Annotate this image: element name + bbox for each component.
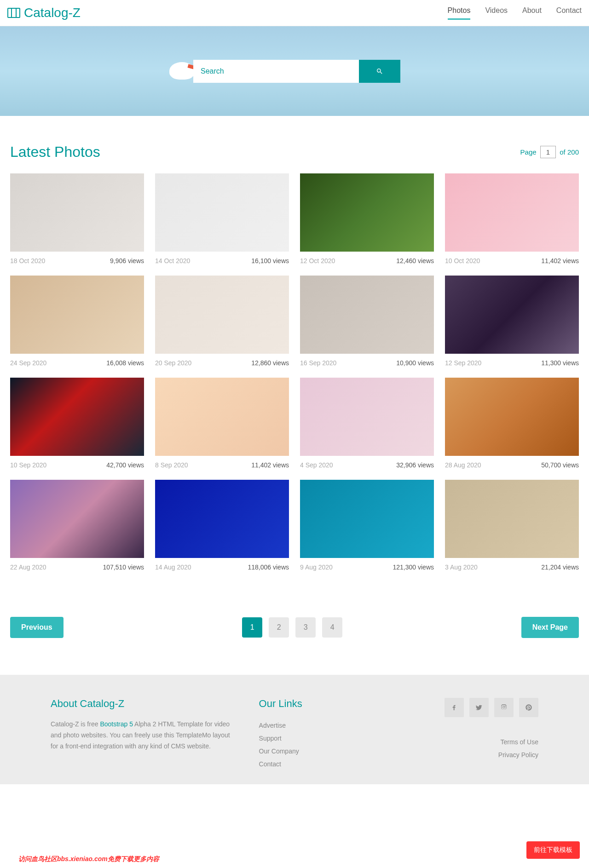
photo-meta: 22 Aug 2020 107,510 views [10, 563, 144, 571]
page-label: Page [520, 148, 537, 156]
facebook-icon [450, 704, 458, 711]
photo-meta: 10 Oct 2020 11,402 views [445, 257, 579, 264]
photo-card: 3 Aug 2020 21,204 views [445, 480, 579, 571]
footer-legal: Terms of UsePrivacy Policy [396, 736, 538, 761]
nav-about[interactable]: About [522, 6, 542, 20]
page-number-4[interactable]: 4 [322, 617, 342, 638]
social-buttons [396, 698, 538, 717]
photo-views: 16,008 views [106, 359, 144, 367]
photo-card: 10 Sep 2020 42,700 views [10, 378, 144, 469]
legal-link-terms-of-use[interactable]: Terms of Use [501, 738, 538, 746]
footer-links-list: AdvertiseSupportOur CompanyContact [259, 719, 373, 770]
search-button[interactable] [359, 60, 400, 83]
photo-views: 11,300 views [541, 359, 579, 367]
nav-contact[interactable]: Contact [556, 6, 582, 20]
footer-link-advertise[interactable]: Advertise [259, 719, 373, 732]
search-form [193, 60, 400, 83]
nav-videos[interactable]: Videos [485, 6, 508, 20]
photo-card: 24 Sep 2020 16,008 views [10, 276, 144, 367]
photo-card: 18 Oct 2020 9,906 views [10, 173, 144, 264]
photo-meta: 16 Sep 2020 10,900 views [300, 359, 434, 367]
search-icon [376, 68, 383, 75]
page-number-1[interactable]: 1 [242, 617, 262, 638]
twitter-icon [475, 704, 483, 711]
photo-thumbnail[interactable] [10, 480, 144, 558]
photo-date: 14 Aug 2020 [155, 563, 191, 571]
photo-views: 50,700 views [541, 461, 579, 469]
photo-meta: 9 Aug 2020 121,300 views [300, 563, 434, 571]
next-button[interactable]: Next Page [521, 617, 579, 638]
photo-meta: 12 Sep 2020 11,300 views [445, 359, 579, 367]
photo-card: 8 Sep 2020 11,402 views [155, 378, 289, 469]
photo-thumbnail[interactable] [300, 173, 434, 252]
footer-links: Our Links AdvertiseSupportOur CompanyCon… [259, 698, 373, 770]
photo-date: 9 Aug 2020 [300, 563, 333, 571]
photo-thumbnail[interactable] [10, 173, 144, 252]
site-name: Catalog-Z [24, 6, 81, 20]
logo[interactable]: Catalog-Z [7, 6, 81, 20]
photo-date: 16 Sep 2020 [300, 359, 336, 367]
footer-about-text: Catalog-Z is free Bootstrap 5 Alpha 2 HT… [51, 719, 236, 752]
photo-grid: 18 Oct 2020 9,906 views 14 Oct 2020 16,1… [10, 173, 579, 571]
page-of: of 200 [560, 148, 579, 156]
photo-views: 42,700 views [106, 461, 144, 469]
photo-date: 8 Sep 2020 [155, 461, 188, 469]
page-number-3[interactable]: 3 [295, 617, 316, 638]
page-numbers: 1234 [242, 617, 342, 638]
pinterest-icon [525, 704, 532, 711]
nav-photos[interactable]: Photos [448, 6, 471, 20]
photo-thumbnail[interactable] [155, 480, 289, 558]
page-number-2[interactable]: 2 [269, 617, 289, 638]
main-nav: PhotosVideosAboutContact [448, 6, 582, 20]
facebook-button[interactable] [445, 698, 464, 717]
photo-date: 22 Aug 2020 [10, 563, 46, 571]
photo-meta: 10 Sep 2020 42,700 views [10, 461, 144, 469]
photo-thumbnail[interactable] [10, 276, 144, 354]
photo-meta: 3 Aug 2020 21,204 views [445, 563, 579, 571]
photo-date: 14 Oct 2020 [155, 257, 190, 264]
photo-meta: 18 Oct 2020 9,906 views [10, 257, 144, 264]
footer-link-contact[interactable]: Contact [259, 758, 373, 770]
film-icon [7, 8, 20, 18]
photo-thumbnail[interactable] [445, 276, 579, 354]
photo-meta: 4 Sep 2020 32,906 views [300, 461, 434, 469]
photo-views: 11,402 views [251, 461, 289, 469]
photo-card: 16 Sep 2020 10,900 views [300, 276, 434, 367]
footer-link-support[interactable]: Support [259, 732, 373, 745]
photo-thumbnail[interactable] [445, 378, 579, 456]
photo-thumbnail[interactable] [155, 173, 289, 252]
photo-card: 14 Oct 2020 16,100 views [155, 173, 289, 264]
photo-meta: 14 Aug 2020 118,006 views [155, 563, 289, 571]
photo-card: 22 Aug 2020 107,510 views [10, 480, 144, 571]
bootstrap-link[interactable]: Bootstrap 5 [100, 720, 133, 728]
photo-thumbnail[interactable] [300, 276, 434, 354]
footer-right: Terms of UsePrivacy Policy [396, 698, 538, 770]
photo-views: 107,510 views [103, 563, 144, 571]
footer-link-our-company[interactable]: Our Company [259, 745, 373, 758]
photo-card: 4 Sep 2020 32,906 views [300, 378, 434, 469]
photo-views: 12,860 views [251, 359, 289, 367]
photo-thumbnail[interactable] [300, 480, 434, 558]
photo-thumbnail[interactable] [445, 173, 579, 252]
twitter-button[interactable] [469, 698, 489, 717]
photo-date: 10 Oct 2020 [445, 257, 480, 264]
photo-views: 21,204 views [541, 563, 579, 571]
search-input[interactable] [193, 60, 359, 83]
photo-meta: 14 Oct 2020 16,100 views [155, 257, 289, 264]
photo-thumbnail[interactable] [155, 378, 289, 456]
photo-thumbnail[interactable] [155, 276, 289, 354]
photo-date: 10 Sep 2020 [10, 461, 46, 469]
photo-meta: 8 Sep 2020 11,402 views [155, 461, 289, 469]
photo-views: 32,906 views [396, 461, 434, 469]
pinterest-button[interactable] [519, 698, 538, 717]
section-title: Latest Photos [10, 144, 100, 161]
photo-views: 16,100 views [251, 257, 289, 264]
photo-thumbnail[interactable] [445, 480, 579, 558]
instagram-button[interactable] [494, 698, 514, 717]
photo-card: 12 Sep 2020 11,300 views [445, 276, 579, 367]
photo-views: 118,006 views [248, 563, 289, 571]
photo-thumbnail[interactable] [300, 378, 434, 456]
legal-link-privacy-policy[interactable]: Privacy Policy [498, 751, 538, 759]
prev-button[interactable]: Previous [10, 617, 64, 638]
photo-thumbnail[interactable] [10, 378, 144, 456]
